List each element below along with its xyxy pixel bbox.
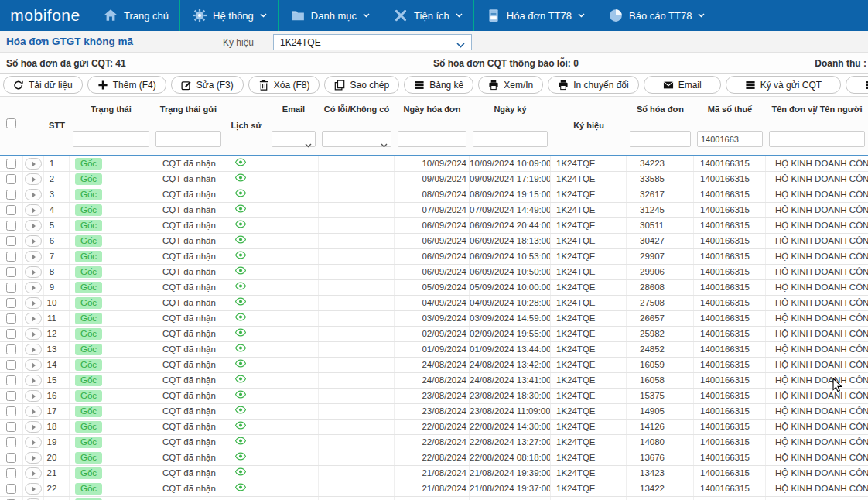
eye-icon[interactable] — [235, 358, 246, 372]
select-all-checkbox[interactable] — [6, 118, 16, 128]
column-label-invoice-no: Số hóa đơn — [627, 104, 694, 114]
eye-icon[interactable] — [235, 280, 246, 295]
expand-row-button[interactable] — [25, 189, 42, 200]
row-checkbox[interactable] — [6, 159, 16, 169]
eye-icon[interactable] — [235, 373, 246, 388]
row-checkbox[interactable] — [6, 329, 16, 339]
toolbar-button-in-chuy-n-i[interactable]: In chuyển đổi — [548, 76, 638, 94]
eye-icon[interactable] — [235, 265, 246, 279]
toolbar-button-sao-ch-p[interactable]: Sao chép — [324, 76, 399, 94]
row-checkbox[interactable] — [6, 221, 16, 231]
expand-row-button[interactable] — [25, 220, 42, 231]
eye-icon[interactable] — [235, 218, 246, 233]
row-checkbox[interactable] — [6, 267, 16, 277]
expand-row-button[interactable] — [25, 158, 42, 170]
status-badge: Gốc — [75, 251, 102, 262]
expand-row-button[interactable] — [25, 390, 42, 402]
eye-icon[interactable] — [235, 450, 246, 465]
tax-code-filter-input[interactable] — [697, 131, 763, 147]
expand-row-button[interactable] — [25, 282, 42, 293]
nav-item-gear[interactable]: Hệ thống — [180, 0, 279, 31]
send-status-filter-input[interactable] — [155, 131, 221, 147]
mobifone-logo[interactable]: mobifone — [0, 0, 91, 31]
eye-icon[interactable] — [235, 481, 246, 496]
eye-icon[interactable] — [235, 342, 246, 357]
row-checkbox[interactable] — [6, 360, 16, 370]
toolbar-button-th-m-f4-[interactable]: Thêm (F4) — [87, 76, 166, 94]
nav-item-invoice[interactable]: Hóa đơn TT78 — [474, 0, 596, 31]
toolbar-button-email[interactable]: Email — [644, 76, 721, 94]
row-checkbox[interactable] — [6, 344, 16, 354]
sign-date-filter-input[interactable] — [473, 131, 548, 147]
row-checkbox[interactable] — [6, 406, 16, 416]
eye-icon[interactable] — [235, 187, 246, 202]
invoice-no-filter-input[interactable] — [630, 131, 691, 147]
row-checkbox[interactable] — [6, 468, 16, 478]
row-checkbox[interactable] — [6, 422, 16, 432]
row-checkbox[interactable] — [6, 190, 16, 200]
eye-icon[interactable] — [235, 404, 246, 419]
toolbar-button-k-v-g-i-cqt[interactable]: Ký và gửi CQT — [726, 76, 841, 94]
eye-icon[interactable] — [235, 156, 246, 171]
toolbar-button-t-i-d-li-u[interactable]: Tải dữ liệu — [3, 76, 83, 94]
symbol-select[interactable]: 1K24TQE — [273, 34, 472, 50]
expand-row-button[interactable] — [25, 251, 42, 262]
eye-icon[interactable] — [235, 311, 246, 326]
row-checkbox[interactable] — [6, 298, 16, 308]
error-filter-select[interactable] — [322, 131, 391, 147]
expand-row-button[interactable] — [25, 204, 42, 216]
expand-row-button[interactable] — [25, 328, 42, 340]
row-checkbox[interactable] — [6, 205, 16, 215]
expand-row-button[interactable] — [25, 344, 42, 355]
expand-row-button[interactable] — [25, 452, 42, 464]
status-badge: Gốc — [75, 483, 102, 495]
row-checkbox[interactable] — [6, 283, 16, 293]
expand-row-button[interactable] — [25, 483, 42, 495]
row-checkbox[interactable] — [6, 313, 16, 324]
toolbar-button-s-a-f3-[interactable]: Sửa (F3) — [171, 76, 244, 94]
expand-row-button[interactable] — [25, 235, 42, 247]
row-checkbox[interactable] — [6, 375, 16, 385]
eye-icon[interactable] — [235, 327, 246, 341]
expand-row-button[interactable] — [25, 297, 42, 309]
unit-name-filter-input[interactable] — [769, 131, 865, 147]
expand-row-button[interactable] — [25, 266, 42, 278]
expand-row-button[interactable] — [25, 421, 42, 433]
invoice-date-filter-input[interactable] — [398, 131, 466, 147]
table-row: 2 Gốc CQT đã nhận 09/09/2024 09/09/2024 … — [0, 172, 868, 187]
toolbar-button-b-ng-k-[interactable]: Bảng kê — [404, 76, 473, 94]
expand-row-button[interactable] — [25, 313, 42, 324]
eye-icon[interactable] — [235, 234, 246, 248]
expand-row-button[interactable] — [25, 467, 42, 479]
eye-icon[interactable] — [235, 203, 246, 217]
eye-icon[interactable] — [235, 466, 246, 481]
eye-icon[interactable] — [235, 420, 246, 434]
toolbar-button-xem-in[interactable]: Xem/In — [478, 76, 543, 94]
email-filter-select[interactable] — [272, 131, 316, 147]
status-filter-input[interactable] — [73, 131, 149, 147]
eye-icon[interactable] — [235, 389, 246, 403]
nav-item-tools[interactable]: Tiện ích — [381, 0, 474, 31]
row-checkbox[interactable] — [6, 174, 16, 184]
eye-icon[interactable] — [235, 435, 246, 450]
eye-icon[interactable] — [235, 249, 246, 264]
toolbar-button-x-a-f8-[interactable]: Xóa (F8) — [248, 76, 320, 94]
nav-item-home[interactable]: Trang chủ — [91, 0, 180, 31]
row-checkbox[interactable] — [6, 252, 16, 262]
row-checkbox[interactable] — [6, 484, 16, 494]
eye-icon[interactable] — [235, 172, 246, 187]
expand-row-button[interactable] — [25, 359, 42, 371]
expand-row-button[interactable] — [25, 437, 42, 448]
expand-row-button[interactable] — [25, 375, 42, 386]
row-checkbox[interactable] — [6, 391, 16, 401]
toolbar-button-g-i-cqt[interactable]: Gửi CQT — [846, 76, 868, 94]
nav-item-folder[interactable]: Danh mục — [279, 0, 381, 31]
row-checkbox[interactable] — [6, 236, 16, 246]
expand-row-button[interactable] — [25, 173, 42, 185]
nav-item-chart[interactable]: Báo cáo TT78 — [596, 0, 716, 31]
row-checkbox[interactable] — [6, 437, 16, 447]
symbol-cell — [551, 497, 627, 500]
row-checkbox[interactable] — [6, 453, 16, 463]
eye-icon[interactable] — [235, 296, 246, 310]
expand-row-button[interactable] — [25, 406, 42, 417]
